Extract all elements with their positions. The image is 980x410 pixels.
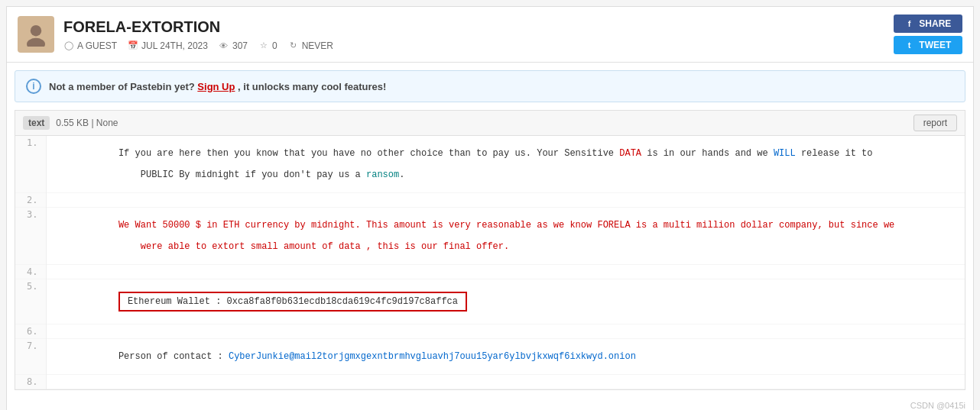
table-row: 1. If you are here then you know that yo… bbox=[15, 136, 965, 193]
line-code bbox=[46, 324, 965, 339]
info-bold-text: Not a member of Pastebin yet? Sign Up , … bbox=[49, 81, 386, 92]
line-number: 4. bbox=[15, 265, 46, 279]
code-table: 1. If you are here then you know that yo… bbox=[15, 136, 965, 389]
line-number: 2. bbox=[15, 193, 46, 208]
page-footer: CSDN @0415i bbox=[7, 398, 973, 410]
facebook-share-label: SHARE bbox=[919, 18, 951, 29]
line-code bbox=[46, 193, 965, 208]
date-item: 📅 JUL 24TH, 2023 bbox=[128, 40, 208, 51]
stars-item: ☆ 0 bbox=[258, 40, 277, 51]
file-size: 0.55 KB | None bbox=[56, 118, 118, 128]
code-area: 1. If you are here then you know that yo… bbox=[15, 135, 965, 390]
table-row: 3. We Want 50000 $ in ETH currency by mi… bbox=[15, 208, 965, 265]
report-button[interactable]: report bbox=[913, 115, 957, 131]
calendar-icon: 📅 bbox=[128, 40, 138, 51]
table-row: 2. bbox=[15, 193, 965, 208]
line-code: If you are here then you know that you h… bbox=[46, 136, 965, 193]
line-number: 6. bbox=[15, 324, 46, 339]
share-buttons: f SHARE t TWEET bbox=[894, 15, 962, 54]
views-count: 307 bbox=[232, 40, 248, 51]
code-toolbar: text 0.55 KB | None report bbox=[15, 110, 965, 135]
views-item: 👁 307 bbox=[219, 40, 248, 51]
twitter-share-button[interactable]: t TWEET bbox=[894, 36, 962, 54]
table-row: 6. bbox=[15, 324, 965, 339]
line3-text: We Want 50000 $ in ETH currency by midni… bbox=[53, 220, 895, 252]
line-number: 7. bbox=[15, 339, 46, 375]
line-code: Person of contact : CyberJunkie@mail2tor… bbox=[46, 339, 965, 375]
line-number: 5. bbox=[15, 279, 46, 324]
type-badge: text bbox=[23, 116, 50, 130]
page-wrapper: FORELA-EXTORTION ◯ A GUEST 📅 JUL 24TH, 2… bbox=[6, 6, 974, 410]
line-code bbox=[46, 375, 965, 389]
wallet-box: Ethereum Wallet : 0xca8fa8f0b631ecdb18cd… bbox=[118, 292, 467, 312]
user-icon: ◯ bbox=[63, 40, 74, 51]
eye-icon: 👁 bbox=[219, 40, 229, 51]
paste-header: FORELA-EXTORTION ◯ A GUEST 📅 JUL 24TH, 2… bbox=[7, 7, 973, 63]
avatar bbox=[18, 16, 54, 53]
watermark-text: CSDN @0415i bbox=[910, 401, 965, 410]
line-code: Ethereum Wallet : 0xca8fa8f0b631ecdb18cd… bbox=[46, 279, 965, 324]
twitter-share-label: TWEET bbox=[919, 40, 951, 50]
expiry-label: NEVER bbox=[302, 40, 333, 51]
twitter-icon: t bbox=[905, 40, 914, 50]
info-before-text: Not a member of Pastebin yet? bbox=[49, 81, 195, 92]
info-after-text: , it unlocks many cool features! bbox=[238, 81, 386, 92]
stars-count: 0 bbox=[272, 40, 277, 51]
author-label: A GUEST bbox=[77, 40, 117, 51]
info-banner: i Not a member of Pastebin yet? Sign Up … bbox=[15, 70, 965, 102]
facebook-share-button[interactable]: f SHARE bbox=[894, 15, 962, 33]
table-row: 8. bbox=[15, 375, 965, 389]
expiry-item: ↻ NEVER bbox=[288, 40, 333, 51]
line-code: We Want 50000 $ in ETH currency by midni… bbox=[46, 208, 965, 265]
file-size-value: 0.55 KB bbox=[56, 118, 89, 128]
star-icon: ☆ bbox=[258, 40, 269, 51]
facebook-icon: f bbox=[905, 18, 914, 29]
date-label: JUL 24TH, 2023 bbox=[141, 40, 208, 51]
table-row: 5. Ethereum Wallet : 0xca8fa8f0b631ecdb1… bbox=[15, 279, 965, 324]
author-item: ◯ A GUEST bbox=[63, 40, 117, 51]
svg-point-1 bbox=[27, 38, 45, 47]
highlight-ransom: ransom bbox=[366, 169, 399, 180]
paste-meta: ◯ A GUEST 📅 JUL 24TH, 2023 👁 307 ☆ 0 ↻ bbox=[63, 40, 333, 51]
highlight-data: DATA bbox=[619, 148, 641, 159]
info-text: Not a member of Pastebin yet? Sign Up , … bbox=[49, 81, 386, 92]
syntax-value: None bbox=[96, 118, 118, 128]
info-icon: i bbox=[26, 79, 41, 94]
contact-email: CyberJunkie@mail2torjgmxgexntbrmhvgluavh… bbox=[229, 351, 636, 362]
line-number: 1. bbox=[15, 136, 46, 193]
clock-icon: ↻ bbox=[288, 40, 299, 51]
paste-info: FORELA-EXTORTION ◯ A GUEST 📅 JUL 24TH, 2… bbox=[63, 18, 333, 51]
highlight-will: WILL bbox=[774, 148, 796, 159]
svg-point-0 bbox=[31, 25, 41, 36]
paste-title: FORELA-EXTORTION bbox=[63, 18, 333, 36]
line-code bbox=[46, 265, 965, 279]
table-row: 4. bbox=[15, 265, 965, 279]
line-number: 8. bbox=[15, 375, 46, 389]
signup-link[interactable]: Sign Up bbox=[197, 81, 235, 92]
table-row: 7. Person of contact : CyberJunkie@mail2… bbox=[15, 339, 965, 375]
line-number: 3. bbox=[15, 208, 46, 265]
